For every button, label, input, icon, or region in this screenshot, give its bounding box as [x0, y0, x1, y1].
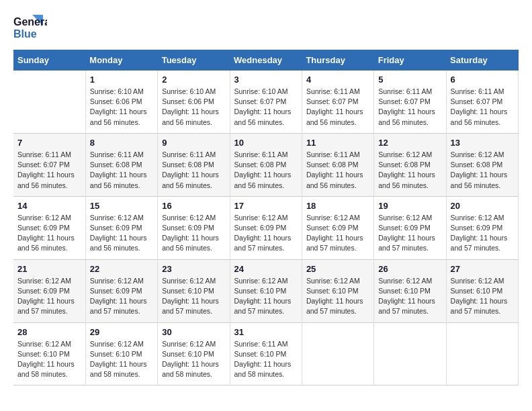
- week-row-2: 7Sunrise: 6:11 AMSunset: 6:07 PMDaylight…: [13, 133, 519, 196]
- week-row-4: 21Sunrise: 6:12 AMSunset: 6:09 PMDayligh…: [13, 259, 519, 322]
- calendar-cell: 25Sunrise: 6:12 AMSunset: 6:10 PMDayligh…: [302, 259, 373, 322]
- day-number: 24: [234, 264, 298, 274]
- day-number: 17: [234, 201, 298, 211]
- day-info: Sunrise: 6:11 AMSunset: 6:08 PMDaylight:…: [162, 150, 225, 191]
- day-info: Sunrise: 6:11 AMSunset: 6:08 PMDaylight:…: [234, 150, 298, 191]
- column-header-thursday: Thursday: [302, 50, 373, 71]
- day-number: 5: [378, 75, 441, 85]
- day-info: Sunrise: 6:12 AMSunset: 6:09 PMDaylight:…: [17, 276, 81, 317]
- day-info: Sunrise: 6:11 AMSunset: 6:07 PMDaylight:…: [306, 87, 369, 128]
- calendar-cell: [374, 322, 446, 385]
- day-info: Sunrise: 6:12 AMSunset: 6:10 PMDaylight:…: [306, 276, 369, 317]
- calendar-cell: 30Sunrise: 6:12 AMSunset: 6:10 PMDayligh…: [158, 322, 230, 385]
- day-number: 4: [306, 75, 369, 85]
- calendar-cell: 29Sunrise: 6:12 AMSunset: 6:10 PMDayligh…: [85, 322, 157, 385]
- day-number: 14: [17, 201, 81, 211]
- day-info: Sunrise: 6:10 AMSunset: 6:07 PMDaylight:…: [234, 87, 298, 128]
- calendar-cell: 19Sunrise: 6:12 AMSunset: 6:09 PMDayligh…: [374, 196, 446, 259]
- day-number: 25: [306, 264, 369, 274]
- day-info: Sunrise: 6:11 AMSunset: 6:07 PMDaylight:…: [378, 87, 441, 128]
- calendar-cell: 13Sunrise: 6:12 AMSunset: 6:08 PMDayligh…: [446, 133, 518, 196]
- day-info: Sunrise: 6:12 AMSunset: 6:10 PMDaylight:…: [234, 276, 298, 317]
- day-info: Sunrise: 6:11 AMSunset: 6:07 PMDaylight:…: [451, 87, 514, 128]
- day-number: 27: [451, 264, 514, 274]
- day-number: 18: [306, 201, 369, 211]
- calendar-cell: 10Sunrise: 6:11 AMSunset: 6:08 PMDayligh…: [230, 133, 302, 196]
- calendar-cell: [302, 322, 373, 385]
- calendar-cell: 23Sunrise: 6:12 AMSunset: 6:10 PMDayligh…: [158, 259, 230, 322]
- day-info: Sunrise: 6:11 AMSunset: 6:08 PMDaylight:…: [90, 150, 153, 191]
- calendar-cell: [446, 322, 518, 385]
- day-info: Sunrise: 6:12 AMSunset: 6:10 PMDaylight:…: [90, 339, 153, 380]
- day-number: 15: [90, 201, 153, 211]
- calendar-cell: 6Sunrise: 6:11 AMSunset: 6:07 PMDaylight…: [446, 71, 518, 133]
- day-info: Sunrise: 6:11 AMSunset: 6:07 PMDaylight:…: [17, 150, 81, 191]
- day-number: 1: [90, 75, 153, 85]
- day-info: Sunrise: 6:12 AMSunset: 6:09 PMDaylight:…: [162, 213, 225, 254]
- day-number: 11: [306, 138, 369, 148]
- day-info: Sunrise: 6:12 AMSunset: 6:10 PMDaylight:…: [17, 339, 81, 380]
- calendar-cell: 11Sunrise: 6:11 AMSunset: 6:08 PMDayligh…: [302, 133, 373, 196]
- day-number: 26: [378, 264, 441, 274]
- week-row-5: 28Sunrise: 6:12 AMSunset: 6:10 PMDayligh…: [13, 322, 519, 385]
- day-number: 2: [162, 75, 225, 85]
- day-info: Sunrise: 6:12 AMSunset: 6:10 PMDaylight:…: [162, 339, 225, 380]
- calendar-cell: 12Sunrise: 6:12 AMSunset: 6:08 PMDayligh…: [374, 133, 446, 196]
- calendar-cell: 18Sunrise: 6:12 AMSunset: 6:09 PMDayligh…: [302, 196, 373, 259]
- column-header-friday: Friday: [374, 50, 446, 71]
- day-info: Sunrise: 6:12 AMSunset: 6:09 PMDaylight:…: [90, 276, 153, 317]
- svg-text:Blue: Blue: [13, 28, 37, 40]
- day-number: 20: [451, 201, 514, 211]
- week-row-3: 14Sunrise: 6:12 AMSunset: 6:09 PMDayligh…: [13, 196, 519, 259]
- day-info: Sunrise: 6:12 AMSunset: 6:09 PMDaylight:…: [451, 213, 514, 254]
- column-header-sunday: Sunday: [13, 50, 85, 71]
- page-header: GeneralBlue: [13, 13, 519, 43]
- calendar-cell: 1Sunrise: 6:10 AMSunset: 6:06 PMDaylight…: [85, 71, 157, 133]
- day-info: Sunrise: 6:12 AMSunset: 6:08 PMDaylight:…: [378, 150, 441, 191]
- calendar-cell: 20Sunrise: 6:12 AMSunset: 6:09 PMDayligh…: [446, 196, 518, 259]
- day-info: Sunrise: 6:10 AMSunset: 6:06 PMDaylight:…: [162, 87, 225, 128]
- day-info: Sunrise: 6:11 AMSunset: 6:10 PMDaylight:…: [234, 339, 298, 380]
- day-number: 28: [17, 327, 81, 337]
- day-info: Sunrise: 6:12 AMSunset: 6:10 PMDaylight:…: [451, 276, 514, 317]
- day-number: 13: [451, 138, 514, 148]
- day-info: Sunrise: 6:12 AMSunset: 6:09 PMDaylight:…: [17, 213, 81, 254]
- calendar-cell: 2Sunrise: 6:10 AMSunset: 6:06 PMDaylight…: [158, 71, 230, 133]
- calendar-cell: 28Sunrise: 6:12 AMSunset: 6:10 PMDayligh…: [13, 322, 85, 385]
- calendar-header-row: SundayMondayTuesdayWednesdayThursdayFrid…: [13, 50, 519, 71]
- logo-icon: GeneralBlue: [13, 13, 47, 43]
- calendar-cell: 24Sunrise: 6:12 AMSunset: 6:10 PMDayligh…: [230, 259, 302, 322]
- day-number: 31: [234, 327, 298, 337]
- day-info: Sunrise: 6:12 AMSunset: 6:09 PMDaylight:…: [378, 213, 441, 254]
- column-header-monday: Monday: [85, 50, 157, 71]
- calendar-cell: 31Sunrise: 6:11 AMSunset: 6:10 PMDayligh…: [230, 322, 302, 385]
- column-header-saturday: Saturday: [446, 50, 518, 71]
- calendar-cell: 5Sunrise: 6:11 AMSunset: 6:07 PMDaylight…: [374, 71, 446, 133]
- day-number: 22: [90, 264, 153, 274]
- calendar-cell: 21Sunrise: 6:12 AMSunset: 6:09 PMDayligh…: [13, 259, 85, 322]
- day-number: 6: [451, 75, 514, 85]
- calendar-cell: 3Sunrise: 6:10 AMSunset: 6:07 PMDaylight…: [230, 71, 302, 133]
- calendar-cell: 27Sunrise: 6:12 AMSunset: 6:10 PMDayligh…: [446, 259, 518, 322]
- calendar-cell: 16Sunrise: 6:12 AMSunset: 6:09 PMDayligh…: [158, 196, 230, 259]
- day-number: 23: [162, 264, 225, 274]
- day-number: 30: [162, 327, 225, 337]
- day-number: 19: [378, 201, 441, 211]
- calendar-cell: 8Sunrise: 6:11 AMSunset: 6:08 PMDaylight…: [85, 133, 157, 196]
- calendar-cell: 14Sunrise: 6:12 AMSunset: 6:09 PMDayligh…: [13, 196, 85, 259]
- calendar-cell: 26Sunrise: 6:12 AMSunset: 6:10 PMDayligh…: [374, 259, 446, 322]
- day-number: 29: [90, 327, 153, 337]
- day-info: Sunrise: 6:12 AMSunset: 6:09 PMDaylight:…: [234, 213, 298, 254]
- day-number: 9: [162, 138, 225, 148]
- calendar-cell: 7Sunrise: 6:11 AMSunset: 6:07 PMDaylight…: [13, 133, 85, 196]
- day-info: Sunrise: 6:12 AMSunset: 6:09 PMDaylight:…: [306, 213, 369, 254]
- day-number: 21: [17, 264, 81, 274]
- calendar-cell: 4Sunrise: 6:11 AMSunset: 6:07 PMDaylight…: [302, 71, 373, 133]
- day-number: 10: [234, 138, 298, 148]
- day-number: 12: [378, 138, 441, 148]
- calendar-cell: 9Sunrise: 6:11 AMSunset: 6:08 PMDaylight…: [158, 133, 230, 196]
- logo: GeneralBlue: [13, 13, 47, 43]
- calendar-cell: [13, 71, 85, 133]
- day-info: Sunrise: 6:12 AMSunset: 6:10 PMDaylight:…: [378, 276, 441, 317]
- calendar-cell: 15Sunrise: 6:12 AMSunset: 6:09 PMDayligh…: [85, 196, 157, 259]
